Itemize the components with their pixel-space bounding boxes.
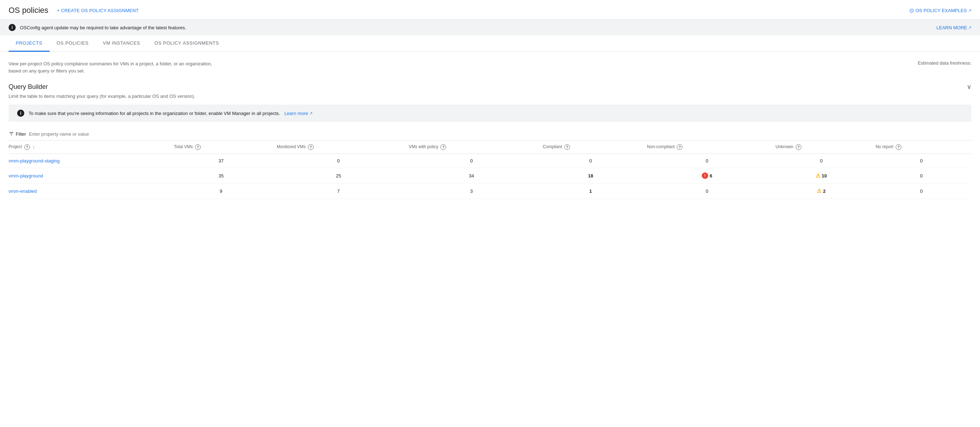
tab-projects[interactable]: PROJECTS: [9, 35, 49, 52]
table-row: vmm-enabled 9 7 3 1 0 ⚠ 2 0: [9, 184, 971, 199]
table-row: vmm-playground 35 25 34 18 ! 6 ⚠ 10: [9, 168, 971, 184]
os-policy-examples-link[interactable]: ⊙ OS POLICY EXAMPLES ↗: [909, 7, 971, 14]
project-cell: vmm-playground-staging: [9, 154, 170, 168]
col-vms-with-policy: VMs with policy ?: [404, 141, 538, 154]
col-non-compliant: Non-compliant ?: [643, 141, 772, 154]
table-header-row: Project ? ↓ Total VMs ? Monitored VMs ? …: [9, 141, 971, 154]
external-link-icon-3: ↗: [309, 111, 312, 116]
unknown-cell: 0: [771, 154, 871, 168]
vms-with-policy-cell: 0: [404, 154, 538, 168]
non-compliant-cell: ! 6: [643, 168, 772, 184]
compliant-cell: 18: [539, 168, 643, 184]
query-builder-description: Limit the table to items matching your q…: [9, 94, 971, 99]
project-link-playground[interactable]: vmm-playground: [9, 173, 43, 178]
compliant-help-icon[interactable]: ?: [564, 144, 570, 150]
query-builder-header[interactable]: Query Builder ∨: [9, 83, 971, 94]
non-compliant-help-icon[interactable]: ?: [677, 144, 682, 150]
project-link-staging[interactable]: vmm-playground-staging: [9, 158, 60, 163]
monitored-vms-cell: 25: [272, 168, 404, 184]
warning-badge-unknown-2: ⚠ 2: [817, 188, 826, 194]
col-project: Project ? ↓: [9, 141, 170, 154]
warning-triangle-icon: ⚠: [816, 173, 820, 179]
project-help-icon[interactable]: ?: [24, 144, 30, 150]
unknown-help-icon[interactable]: ?: [796, 144, 802, 150]
projects-table: Project ? ↓ Total VMs ? Monitored VMs ? …: [9, 141, 971, 199]
info-banner-2: i To make sure that you're seeing inform…: [9, 105, 971, 122]
query-builder: Query Builder ∨ Limit the table to items…: [9, 83, 971, 99]
vms-with-policy-cell: 3: [404, 184, 538, 199]
external-link-icon-2: ↗: [968, 25, 971, 30]
info-icon-2: i: [17, 110, 24, 117]
no-report-cell: 0: [872, 168, 971, 184]
tab-os-policies[interactable]: OS POLICIES: [49, 35, 96, 52]
warning-badge-unknown: ⚠ 10: [816, 173, 827, 179]
col-monitored-vms: Monitored VMs ?: [272, 141, 404, 154]
compliant-cell: 0: [539, 154, 643, 168]
monitored-vms-cell: 7: [272, 184, 404, 199]
tab-vm-instances[interactable]: VM INSTANCES: [96, 35, 147, 52]
compliant-cell: 1: [539, 184, 643, 199]
error-circle-icon: !: [702, 173, 708, 179]
page-title: OS policies: [9, 6, 48, 15]
data-freshness-label: Estimated data freshness:: [918, 60, 971, 66]
total-vms-cell: 37: [170, 154, 272, 168]
header-left: OS policies + CREATE OS POLICY ASSIGNMEN…: [9, 6, 138, 15]
filter-svg-icon: [9, 131, 14, 137]
tabs-container: PROJECTS OS POLICIES VM INSTANCES OS POL…: [0, 35, 980, 52]
no-report-cell: 0: [872, 154, 971, 168]
github-icon: ⊙: [909, 7, 914, 14]
info-icon: i: [9, 24, 16, 31]
col-unknown: Unknown ?: [771, 141, 871, 154]
non-compliant-cell: 0: [643, 154, 772, 168]
col-total-vms: Total VMs ?: [170, 141, 272, 154]
no-report-cell: 0: [872, 184, 971, 199]
info-banner-left: i OSConfig agent update may be required …: [9, 24, 186, 31]
non-compliant-cell: 0: [643, 184, 772, 199]
learn-more-link[interactable]: LEARN MORE ↗: [936, 25, 971, 30]
info-banner: i OSConfig agent update may be required …: [0, 20, 980, 35]
content-area: View per-project OS policy compliance su…: [0, 52, 980, 199]
vms-with-policy-help-icon[interactable]: ?: [441, 144, 446, 150]
filter-icon-label: Filter: [9, 131, 26, 137]
monitored-vms-cell: 0: [272, 154, 404, 168]
page-header: OS policies + CREATE OS POLICY ASSIGNMEN…: [0, 0, 980, 20]
query-builder-title: Query Builder: [9, 83, 48, 90]
create-os-policy-link[interactable]: + CREATE OS POLICY ASSIGNMENT: [57, 8, 138, 13]
vms-with-policy-cell: 34: [404, 168, 538, 184]
filter-input[interactable]: [29, 132, 971, 137]
unknown-cell: ⚠ 2: [771, 184, 871, 199]
sort-down-icon[interactable]: ↓: [32, 144, 35, 149]
chevron-down-icon: ∨: [967, 83, 971, 90]
info-banner-2-learn-more[interactable]: Learn more ↗: [284, 111, 312, 116]
total-vms-help-icon[interactable]: ?: [195, 144, 201, 150]
project-cell: vmm-enabled: [9, 184, 170, 199]
unknown-cell: ⚠ 10: [771, 168, 871, 184]
info-banner-2-message: To make sure that you're seeing informat…: [29, 111, 280, 116]
filter-bar: Filter: [9, 127, 971, 141]
header-right: ⊙ OS POLICY EXAMPLES ↗: [909, 7, 971, 14]
no-report-help-icon[interactable]: ?: [896, 144, 901, 150]
project-link-enabled[interactable]: vmm-enabled: [9, 189, 37, 194]
monitored-vms-help-icon[interactable]: ?: [308, 144, 313, 150]
description-text: View per-project OS policy compliance su…: [9, 60, 223, 74]
warning-triangle-icon-2: ⚠: [817, 188, 821, 194]
table-row: vmm-playground-staging 37 0 0 0 0 0 0: [9, 154, 971, 168]
total-vms-cell: 9: [170, 184, 272, 199]
tab-os-policy-assignments[interactable]: OS POLICY ASSIGNMENTS: [147, 35, 226, 52]
col-no-report: No report ?: [872, 141, 971, 154]
external-link-icon: ↗: [968, 8, 971, 13]
project-cell: vmm-playground: [9, 168, 170, 184]
non-compliant-badge: ! 6: [702, 173, 712, 179]
col-compliant: Compliant ?: [539, 141, 643, 154]
description-row: View per-project OS policy compliance su…: [9, 60, 971, 74]
info-banner-message: OSConfig agent update may be required to…: [20, 25, 186, 30]
total-vms-cell: 35: [170, 168, 272, 184]
